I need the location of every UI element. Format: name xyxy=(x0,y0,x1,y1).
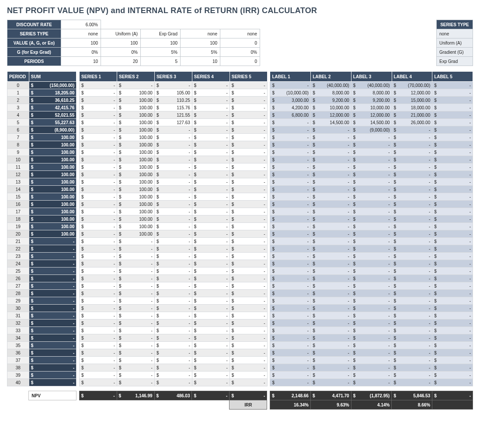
label-cell: $- xyxy=(432,89,473,97)
series-cell: $- xyxy=(230,126,267,134)
label-cell: $- xyxy=(351,364,392,372)
label-cell: $- xyxy=(432,82,473,89)
series-cell: $- xyxy=(192,342,230,349)
param-value[interactable]: 0% xyxy=(61,48,101,57)
param-value[interactable]: 6.00% xyxy=(61,20,101,29)
period-cell: 25 xyxy=(7,267,29,275)
series-cell: $- xyxy=(80,149,117,156)
label-cell: $26,000.00 xyxy=(392,119,432,126)
label-cell: $- xyxy=(351,201,392,208)
series-cell: $- xyxy=(192,245,230,253)
param-value[interactable]: Uniform (A) xyxy=(101,29,141,38)
sum-cell: $- xyxy=(29,334,77,342)
label-cell: $- xyxy=(311,357,351,364)
param-value[interactable]: 100 xyxy=(181,38,220,48)
param-value[interactable]: 5% xyxy=(181,48,220,57)
col-label: LABEL 3 xyxy=(351,72,392,82)
series-cell: $100.00 xyxy=(117,141,154,149)
period-cell: 12 xyxy=(7,171,29,178)
param-value[interactable]: 10 xyxy=(181,57,220,66)
param-value[interactable]: 20 xyxy=(101,57,141,66)
param-value[interactable]: 100 xyxy=(141,38,181,48)
label-cell: $- xyxy=(311,223,351,230)
param-value[interactable]: 100 xyxy=(101,38,141,48)
label-cell: $- xyxy=(392,126,432,134)
period-cell: 19 xyxy=(7,223,29,230)
series-cell: $- xyxy=(230,119,267,126)
param-value[interactable]: 100 xyxy=(61,38,101,48)
series-cell: $- xyxy=(230,364,267,372)
series-cell: $- xyxy=(192,156,230,163)
label-cell: $(10,000.00) xyxy=(270,89,311,97)
param-value[interactable]: 10 xyxy=(61,57,101,66)
param-value[interactable]: 5% xyxy=(141,48,181,57)
label-cell: $- xyxy=(311,163,351,171)
param-value[interactable]: 5 xyxy=(141,57,181,66)
param-value[interactable]: none xyxy=(181,29,220,38)
sum-cell: $(150,000.00) xyxy=(29,82,77,89)
label-cell: $- xyxy=(311,267,351,275)
series-cell: $- xyxy=(154,290,192,297)
label-cell: $10,000.00 xyxy=(311,104,351,111)
series-cell: $- xyxy=(117,305,154,312)
npv-label-col: $4,471.70 xyxy=(310,391,351,400)
series-cell: $- xyxy=(117,267,154,275)
series-cell: $100.00 xyxy=(117,171,154,178)
label-cell: $- xyxy=(270,163,311,171)
series-cell: $100.00 xyxy=(117,223,154,230)
label-cell: $- xyxy=(432,238,473,245)
period-cell: 32 xyxy=(7,320,29,327)
period-cell: 30 xyxy=(7,305,29,312)
period-cell: 6 xyxy=(7,126,29,134)
label-cell: $- xyxy=(432,156,473,163)
series-cell: $- xyxy=(80,171,117,178)
label-cell: $- xyxy=(432,275,473,282)
period-cell: 5 xyxy=(7,119,29,126)
param-value[interactable]: 0% xyxy=(101,48,141,57)
label-cell: $- xyxy=(432,149,473,156)
param-value[interactable]: none xyxy=(220,29,260,38)
series-cell: $- xyxy=(80,89,117,97)
series-cell: $- xyxy=(230,290,267,297)
col-period: PERIOD xyxy=(7,72,29,82)
label-cell: $- xyxy=(432,178,473,186)
label-cell: $- xyxy=(432,119,473,126)
label-cell: $- xyxy=(270,171,311,178)
series-cell: $- xyxy=(230,171,267,178)
series-cell: $- xyxy=(154,156,192,163)
param-value[interactable]: 0 xyxy=(220,57,260,66)
series-cell: $- xyxy=(192,134,230,141)
param-value[interactable]: 0 xyxy=(220,38,260,48)
label-cell: $- xyxy=(270,282,311,290)
label-cell: $- xyxy=(432,305,473,312)
series-cell: $- xyxy=(80,342,117,349)
series-cell: $- xyxy=(192,275,230,282)
series-cell: $- xyxy=(192,104,230,111)
period-cell: 9 xyxy=(7,149,29,156)
label-cell: $- xyxy=(432,260,473,267)
series-cell: $- xyxy=(154,253,192,260)
label-cell: $9,200.00 xyxy=(311,97,351,104)
sum-cell: $- xyxy=(29,282,77,290)
series-cell: $- xyxy=(154,238,192,245)
period-cell: 10 xyxy=(7,156,29,163)
param-value[interactable]: 0% xyxy=(220,48,260,57)
series-cell: $- xyxy=(192,171,230,178)
label-cell: $- xyxy=(392,201,432,208)
series-cell: $- xyxy=(117,364,154,372)
period-cell: 36 xyxy=(7,349,29,357)
label-cell: $- xyxy=(392,290,432,297)
sum-cell: $(8,900.00) xyxy=(29,126,77,134)
series-cell: $- xyxy=(192,253,230,260)
period-cell: 27 xyxy=(7,282,29,290)
series-cell: $- xyxy=(154,82,192,89)
series-cell: $100.00 xyxy=(117,201,154,208)
series-cell: $- xyxy=(192,223,230,230)
series-cell: $- xyxy=(80,186,117,193)
param-value[interactable]: Exp Grad xyxy=(141,29,181,38)
param-value[interactable]: none xyxy=(61,29,101,38)
series-cell: $100.00 xyxy=(117,178,154,186)
period-cell: 14 xyxy=(7,186,29,193)
series-cell: $- xyxy=(192,364,230,372)
series-cell: $- xyxy=(192,201,230,208)
